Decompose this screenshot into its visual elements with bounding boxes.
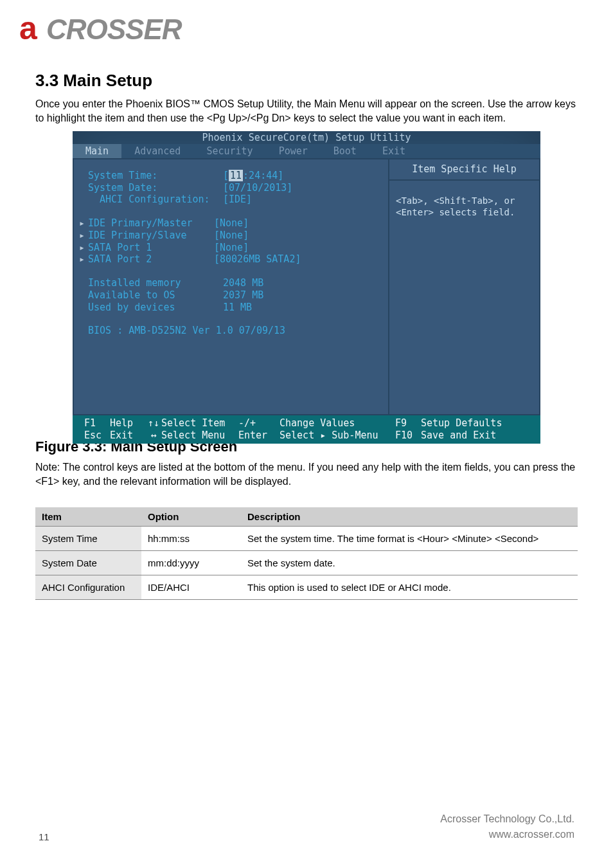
note-paragraph: Note: The control keys are listed at the…	[35, 460, 578, 488]
footer-company: Acrosser Technology Co.,Ltd.	[440, 811, 574, 827]
logo-letter-a: a	[19, 10, 46, 47]
table-row: System Date mm:dd:yyyy Set the system da…	[35, 551, 578, 575]
system-date-label: System Date:	[88, 182, 223, 194]
updown-icon: ↑↓	[146, 417, 161, 429]
change-values-label: Change Values	[280, 417, 395, 429]
th-option: Option	[141, 507, 241, 527]
ide-primary-master-label[interactable]: IDE Primary/Master	[88, 217, 214, 230]
setup-defaults-label: Setup Defaults	[421, 417, 502, 429]
ahci-label: AHCI Configuration:	[88, 194, 223, 206]
select-submenu-label: Select ▸ Sub-Menu	[280, 429, 395, 442]
bios-footer: F1 Help ↑↓ Select Item -/+ Change Values…	[73, 414, 540, 444]
bios-tabs: Main Advanced Security Power Boot Exit	[73, 144, 540, 158]
bios-help-panel: Item Specific Help <Tab>, <Shift-Tab>, o…	[389, 158, 540, 414]
bios-title: Phoenix SecureCore(tm) Setup Utility	[73, 131, 540, 144]
tab-security[interactable]: Security	[193, 144, 265, 158]
f9-key: F9	[395, 417, 421, 429]
page-number: 11	[39, 831, 49, 842]
cell-item: System Date	[35, 551, 141, 575]
bios-screenshot: Phoenix SecureCore(tm) Setup Utility Mai…	[73, 131, 540, 432]
logo-rest: CROSSER	[46, 14, 182, 45]
installed-memory-label: Installed memory	[88, 277, 223, 289]
select-menu-label: Select Menu	[161, 429, 238, 442]
used-by-devices-label: Used by devices	[88, 302, 223, 314]
help-label: Help	[110, 417, 146, 429]
tab-boot[interactable]: Boot	[321, 144, 369, 158]
triangle-icon: ▸	[79, 242, 85, 254]
ide-primary-slave-label[interactable]: IDE Primary/Slave	[88, 230, 214, 242]
system-time-label: System Time:	[88, 170, 223, 182]
table-row: AHCI Configuration IDE/AHCI This option …	[35, 575, 578, 600]
tab-advanced[interactable]: Advanced	[121, 144, 193, 158]
save-and-exit-label: Save and Exit	[421, 429, 496, 442]
f1-key: F1	[84, 417, 110, 429]
sata-port-2-value: [80026MB SATA2]	[214, 253, 301, 266]
plus-minus-label: -/+	[238, 417, 280, 429]
cell-option: hh:mm:ss	[141, 527, 241, 551]
cell-desc: Set the system time. The time format is …	[241, 527, 578, 551]
tab-exit[interactable]: Exit	[369, 144, 418, 158]
system-time-hh[interactable]: 11	[229, 170, 243, 181]
bios-help-title: Item Specific Help	[389, 159, 539, 181]
cell-option: mm:dd:yyyy	[141, 551, 241, 575]
available-to-os-label: Available to OS	[88, 289, 223, 302]
cell-item: System Time	[35, 527, 141, 551]
triangle-icon: ▸	[79, 217, 85, 230]
sata-port-1-value: [None]	[214, 242, 249, 254]
config-table: Item Option Description System Time hh:m…	[35, 507, 578, 600]
select-item-label: Select Item	[161, 417, 238, 429]
triangle-icon: ▸	[79, 253, 85, 266]
table-row: System Time hh:mm:ss Set the system time…	[35, 527, 578, 551]
section-heading: 3.3 Main Setup	[35, 71, 578, 91]
th-item: Item	[35, 507, 141, 527]
tab-main[interactable]: Main	[73, 144, 121, 158]
page-footer: Acrosser Technology Co.,Ltd. www.acrosse…	[440, 811, 574, 842]
th-description: Description	[241, 507, 578, 527]
ide-primary-master-value: [None]	[214, 217, 249, 230]
enter-key: Enter	[238, 429, 280, 442]
system-time-rest: :24:44	[243, 170, 278, 181]
f10-key: F10	[395, 429, 421, 442]
sata-port-1-label[interactable]: SATA Port 1	[88, 242, 214, 254]
bios-help-body: <Tab>, <Shift-Tab>, or <Enter> selects f…	[389, 181, 539, 232]
used-by-devices-value: 11 MB	[223, 302, 252, 314]
section-paragraph: Once you enter the Phoenix BIOS™ CMOS Se…	[35, 97, 578, 125]
bios-left-panel: System Time: [11:24:44] System Date: [07…	[73, 158, 389, 414]
cell-option: IDE/AHCI	[141, 575, 241, 600]
tab-power[interactable]: Power	[266, 144, 321, 158]
sata-port-2-label[interactable]: SATA Port 2	[88, 253, 214, 266]
system-time-value[interactable]: [11:24:44]	[223, 170, 283, 182]
ide-primary-slave-value: [None]	[214, 230, 249, 242]
ahci-value[interactable]: [IDE]	[223, 194, 252, 206]
exit-label: Exit	[110, 429, 146, 442]
triangle-icon: ▸	[79, 230, 85, 242]
cell-item: AHCI Configuration	[35, 575, 141, 600]
cell-desc: This option is used to select IDE or AHC…	[241, 575, 578, 600]
bios-version-line: BIOS : AMB-D525N2 Ver 1.0 07/09/13	[88, 325, 285, 337]
footer-url: www.acrosser.com	[440, 827, 574, 842]
leftright-icon: ↔	[146, 429, 161, 442]
system-date-value[interactable]: [07/10/2013]	[223, 182, 292, 194]
logo: aCROSSER	[19, 10, 182, 47]
available-to-os-value: 2037 MB	[223, 289, 263, 302]
installed-memory-value: 2048 MB	[223, 277, 263, 289]
esc-key: Esc	[84, 429, 110, 442]
cell-desc: Set the system date.	[241, 551, 578, 575]
